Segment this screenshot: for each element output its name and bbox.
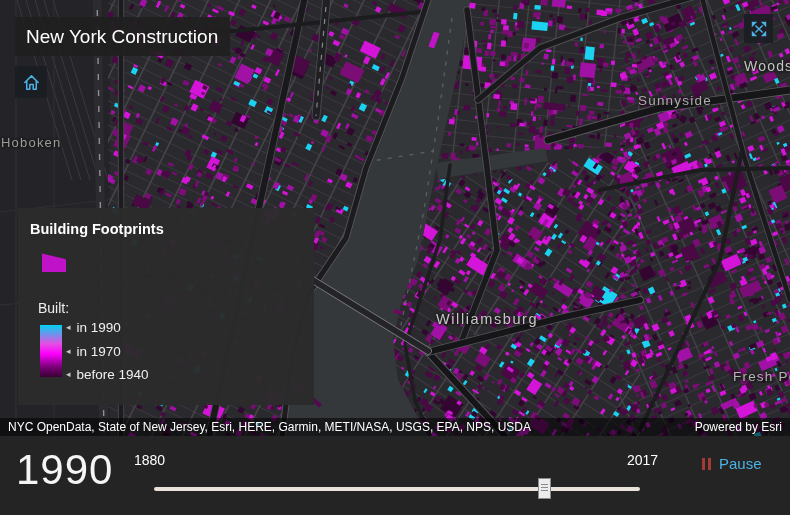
attribution-sources: NYC OpenData, State of New Jersey, Esri,… — [8, 418, 531, 436]
legend-entry: ◂ before 1940 — [66, 367, 149, 382]
map-viewport[interactable]: Hoboken Sunnyside Woodside Williamsburg … — [0, 0, 790, 436]
powered-by-esri: Powered by Esri — [695, 418, 782, 436]
slider-end-year: 2017 — [627, 452, 658, 468]
legend-entry: ◂ in 1970 — [66, 344, 149, 359]
legend-entry: ◂ in 1990 — [66, 320, 149, 335]
slider-start-year: 1880 — [134, 452, 165, 468]
slider-handle[interactable] — [538, 478, 551, 499]
ramp-tick-icon: ◂ — [66, 323, 71, 332]
current-year: 1990 — [16, 446, 113, 494]
pause-icon — [702, 458, 711, 470]
legend-panel: Building Footprints Built: ◂ in 1990 ◂ i… — [18, 208, 314, 405]
map-app: Hoboken Sunnyside Woodside Williamsburg … — [0, 0, 790, 515]
pause-button[interactable]: Pause — [702, 455, 762, 472]
time-slider-panel: 1990 1880 2017 Pause — [0, 436, 790, 515]
expand-button[interactable] — [744, 14, 773, 43]
pause-label: Pause — [719, 455, 762, 472]
ramp-tick-icon: ◂ — [66, 370, 71, 379]
page-title: New York Construction — [26, 26, 218, 47]
legend-entry-label: in 1990 — [77, 320, 121, 335]
app-title-panel: New York Construction — [15, 17, 230, 56]
legend-entries: ◂ in 1990 ◂ in 1970 ◂ before 1940 — [66, 320, 149, 382]
slider-track[interactable] — [154, 487, 640, 491]
home-button[interactable] — [15, 66, 47, 98]
legend-entry-label: in 1970 — [77, 344, 121, 359]
legend-built-label: Built: — [38, 300, 69, 316]
expand-icon — [750, 20, 768, 38]
ramp-tick-icon: ◂ — [66, 347, 71, 356]
building-footprint-swatch — [42, 250, 66, 272]
home-icon — [22, 73, 41, 92]
legend-title: Building Footprints — [30, 221, 164, 237]
legend-color-ramp — [40, 325, 62, 377]
attribution-bar: NYC OpenData, State of New Jersey, Esri,… — [0, 418, 790, 436]
slider-grip-icon — [541, 484, 548, 485]
legend-entry-label: before 1940 — [77, 367, 149, 382]
